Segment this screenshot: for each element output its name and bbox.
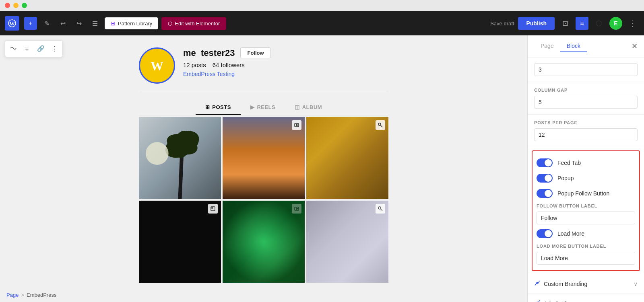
ads-chevron-down-icon: ∨ [634,300,638,302]
svg-rect-20 [223,201,305,283]
follow-button-input[interactable] [537,212,635,224]
posts-per-page-input[interactable] [534,128,638,141]
more-icon: ⋮ [52,45,58,52]
photo-4-overlay [208,204,218,214]
ig-tab-album[interactable]: ◫ ALBUM [285,100,332,115]
popup-follow-label: Popup Follow Button [557,190,609,197]
svg-line-22 [380,209,382,211]
redo-icon: ↪ [76,20,82,27]
photo-2-overlay [292,120,301,130]
svg-text:W: W [151,59,163,73]
panel-tab-group: Page Block [534,40,587,52]
ads-settings-section[interactable]: Ads Settings ∨ [528,294,644,302]
popup-row: Popup [537,171,635,186]
instagram-widget: W me_tester23 Follow 12 posts 64 followe… [131,35,396,291]
floating-toolbar: ≡ 🔗 ⋮ [5,40,63,57]
canvas-area: ≡ 🔗 ⋮ W me_tester23 [0,35,527,302]
save-draft-button[interactable]: Save draft [490,21,514,27]
settings-icon[interactable]: ⬡ [592,17,605,30]
load-more-button-input[interactable] [537,252,635,265]
svg-marker-13 [296,124,298,126]
select-section: 3 2 4 [528,58,644,82]
edit-with-elementor-button[interactable]: ⬡ Edit with Elementor [161,17,226,30]
ig-followers-count: 64 followers [213,62,245,68]
block-manager-button[interactable]: ≡ [576,17,588,30]
grid-icon: ⊞ [205,104,210,110]
highlighted-section: Feed Tab Popup Popup Follow Button FOLLO… [532,150,640,271]
ig-bio-link[interactable]: EmbedPress Testing [183,71,235,77]
ig-username-row: me_tester23 Follow [183,47,388,58]
follow-label-section: FOLLOW BUTTON LABEL [537,201,635,226]
ig-tabs: ⊞ POSTS ▶ REELS ◫ ALBUM [139,100,388,115]
popup-toggle[interactable] [537,174,553,183]
ig-photo-1[interactable] [139,117,221,199]
pattern-library-button[interactable]: ⊞ Pattern Library [105,17,158,29]
float-tool-more[interactable]: ⋮ [48,42,61,55]
ads-settings-icon [534,300,541,302]
custom-branding-title: Custom Branding [544,281,587,287]
popup-follow-row: Popup Follow Button [537,186,635,201]
undo-button[interactable]: ↩ [56,17,69,30]
breadcrumb-separator: > [21,292,24,298]
posts-per-page-section: POSTS PER PAGE [528,115,644,147]
ig-tab-reels[interactable]: ▶ REELS [241,100,285,115]
ig-profile-info: me_tester23 Follow 12 posts 64 followers… [183,47,388,77]
traffic-light-red[interactable] [5,3,10,8]
brush-button[interactable]: ✎ [40,17,53,30]
custom-branding-section[interactable]: Custom Branding ∨ [528,274,644,294]
column-gap-label: COLUMN GAP [534,88,638,92]
feed-tab-label: Feed Tab [557,160,581,166]
svg-line-15 [380,125,382,127]
column-select[interactable]: 3 2 4 [534,63,638,76]
elementor-icon: ⬡ [168,21,172,27]
popup-follow-toggle[interactable] [537,189,553,198]
traffic-light-yellow[interactable] [13,3,19,8]
svg-rect-17 [212,207,213,208]
publish-button[interactable]: Publish [518,17,555,30]
column-gap-section: COLUMN GAP [528,82,644,115]
link-icon: 🔗 [37,45,45,52]
float-tool-list[interactable]: ≡ [21,42,33,55]
column-gap-input[interactable] [534,96,638,109]
window-chrome [0,0,644,11]
ads-settings-title: Ads Settings [544,300,576,302]
screen-icon[interactable]: ⊡ [559,17,572,30]
album-icon: ◫ [295,104,300,110]
ig-profile-header: W me_tester23 Follow 12 posts 64 followe… [139,43,388,92]
popup-label: Popup [557,175,574,181]
custom-branding-left: Custom Branding [534,280,587,288]
add-block-button[interactable]: + [24,17,37,30]
tab-block[interactable]: Block [560,40,587,52]
load-more-label: Load More [557,230,584,237]
float-tool-link[interactable]: 🔗 [34,42,47,55]
follow-button-label: FOLLOW BUTTON LABEL [537,203,635,208]
panel-close-button[interactable]: ✕ [632,42,638,51]
ig-bio: EmbedPress Testing [183,71,388,77]
reels-icon: ▶ [250,104,255,110]
ig-photo-5[interactable] [223,201,305,283]
wp-logo[interactable]: W [5,16,19,31]
ig-photo-2[interactable] [223,117,305,199]
load-more-row: Load More [537,226,635,241]
embedpress-icon[interactable]: E [609,17,622,30]
load-more-toggle[interactable] [537,229,553,238]
feed-tab-row: Feed Tab [537,155,635,171]
chevron-down-icon: ∨ [634,281,638,287]
traffic-light-green[interactable] [22,3,27,8]
float-tool-squiggle[interactable] [7,42,20,55]
list-view-button[interactable]: ☰ [89,17,101,30]
ig-tab-posts[interactable]: ⊞ POSTS [196,100,241,115]
breadcrumb-page[interactable]: Page [6,292,19,298]
custom-branding-icon [534,280,541,288]
ig-photo-3[interactable] [306,117,388,199]
feed-tab-toggle[interactable] [537,158,553,167]
ig-photo-6[interactable] [306,201,388,283]
toolbar-right: Save draft Publish ⊡ ≡ ⬡ E ⋮ [490,17,639,30]
tab-page[interactable]: Page [534,40,560,52]
ig-photo-4[interactable] [139,201,221,283]
more-options-button[interactable]: ⋮ [626,17,639,30]
right-panel: Page Block ✕ 3 2 4 COLUMN GAP POSTS PER … [527,35,644,302]
redo-button[interactable]: ↪ [72,17,85,30]
svg-point-11 [146,142,169,165]
ig-follow-button[interactable]: Follow [240,47,270,58]
